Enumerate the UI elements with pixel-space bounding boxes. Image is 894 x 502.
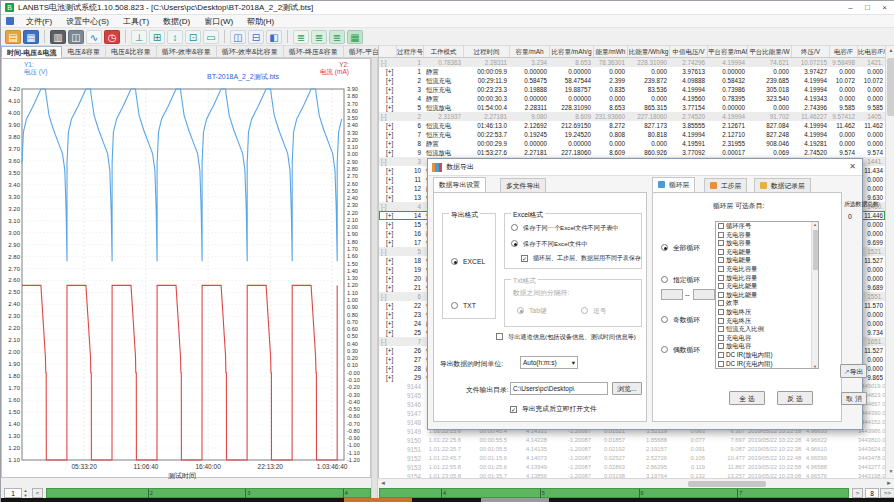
column-header-2[interactable]: 工作模式 — [424, 46, 464, 57]
column-header-1[interactable]: 过程序号 — [397, 46, 424, 57]
table-nav-slider[interactable]: 4567 — [379, 488, 849, 498]
zoom-extents-icon[interactable]: ⊞ — [149, 30, 165, 44]
expand-icon[interactable]: [+] — [379, 67, 397, 76]
table-row[interactable]: [-]10.783632.283113.2348.65378.36301228.… — [379, 58, 885, 67]
checkbox-open-after[interactable]: ✓ 导出完成后立即打开文件 — [510, 404, 597, 414]
zoom-vertical-icon[interactable]: ↕ — [167, 30, 183, 44]
tab-record-layer[interactable]: 数据记录层 — [754, 178, 811, 192]
menu-item-1[interactable]: 设置中心(S) — [59, 16, 116, 27]
column-header-5[interactable]: 比容量/mAh/g — [550, 46, 594, 57]
chart-tab-4[interactable]: 循环-效率&比容量 — [217, 46, 284, 58]
scroll-up-icon[interactable]: ▲ — [886, 46, 894, 56]
collapse-icon[interactable]: [-] — [379, 292, 397, 301]
minimize-button[interactable]: – — [842, 1, 859, 14]
horizontal-scroll-thumb[interactable] — [688, 481, 766, 487]
tab-step-layer[interactable]: 工步层 — [704, 178, 747, 192]
radio-even-cycles[interactable]: 偶数循环 — [661, 345, 700, 355]
table-nav-last-button[interactable]: >> — [880, 488, 894, 498]
expand-icon[interactable]: [+] — [379, 319, 397, 328]
save-icon[interactable]: ▦ — [23, 30, 39, 44]
cycle-item-14[interactable]: 放电电容 — [716, 342, 818, 351]
chart-tab-0[interactable]: 时间-电压&电流 — [1, 46, 62, 58]
expand-icon[interactable]: [+] — [379, 193, 397, 202]
table-row[interactable]: [+]8静置00:00:29.90.000000.000000.0000.000… — [379, 139, 885, 148]
expand-icon[interactable]: [+] — [379, 310, 397, 319]
cycle-item-3[interactable]: 充电能量 — [716, 248, 818, 257]
collapse-icon[interactable]: [-] — [379, 58, 397, 67]
tile-vertical-icon[interactable]: ◫ — [230, 30, 246, 44]
chart-tab-2[interactable]: 电压&比容量 — [106, 46, 157, 58]
panel-splitter[interactable] — [371, 58, 378, 498]
column-header-6[interactable]: 能量/mWh — [594, 46, 628, 57]
cycle-item-9[interactable]: 效率 — [716, 299, 818, 308]
chart-plot[interactable]: 4.204.104.003.903.803.703.603.503.403.30… — [2, 59, 372, 479]
expand-icon[interactable]: [+] — [379, 373, 397, 382]
expand-icon[interactable]: [+] — [379, 103, 397, 112]
list-channels-icon[interactable]: ≣ — [293, 30, 309, 44]
cycle-item-4[interactable]: 放电能量 — [716, 256, 818, 265]
axis-default-icon[interactable]: ⊥ — [131, 30, 147, 44]
chart-nav-slider[interactable]: 234 — [46, 488, 371, 498]
cycle-range-start-input[interactable] — [661, 289, 683, 300]
expand-icon[interactable]: [+] — [379, 301, 397, 310]
checkbox-separate-sheets[interactable]: ✓ 循环层、工步层、数据层用不同子表保存 — [521, 254, 641, 263]
cycle-item-12[interactable]: 恒流充入比例 — [716, 325, 818, 334]
expand-icon[interactable]: [+] — [379, 76, 397, 85]
expand-icon[interactable]: [+] — [379, 355, 397, 364]
column-header-10[interactable]: 平台比能量/W — [748, 46, 792, 57]
radio-specified-cycles[interactable]: 指定循环 — [661, 275, 700, 285]
table-row[interactable]: [+]7恒压充电00:22:53.70.1924519.245200.80880… — [379, 130, 885, 139]
list-grid-icon[interactable]: ▦ — [347, 30, 363, 44]
expand-icon[interactable]: [+] — [379, 238, 397, 247]
radio-excel[interactable]: EXCEL — [451, 258, 485, 265]
column-header-7[interactable]: 比能量/Wh/kg — [628, 46, 670, 57]
expand-icon[interactable]: [+] — [379, 346, 397, 355]
list-scroll-thumb[interactable] — [813, 230, 818, 270]
radio-tab-key[interactable]: Tab键 — [517, 306, 547, 316]
cycle-item-13[interactable]: 充电电容 — [716, 334, 818, 343]
collapse-icon[interactable]: [-] — [379, 247, 397, 256]
table-page-spinner[interactable]: 8 — [865, 488, 879, 498]
chart-tab-3[interactable]: 循环-效率&容量 — [157, 46, 217, 58]
checkbox-channel-info[interactable]: 导出通道信息(包括设备信息、测试时间信息等) — [496, 333, 636, 342]
cancel-button[interactable]: 取 消 — [841, 392, 867, 405]
chart-edit-icon[interactable]: ∿ — [86, 30, 102, 44]
copy-icon[interactable]: ◫ — [68, 30, 84, 44]
cycle-item-7[interactable]: 充电比能量 — [716, 282, 818, 291]
column-header-11[interactable]: 终压/V — [792, 46, 830, 57]
cycle-item-1[interactable]: 充电容量 — [716, 231, 818, 240]
cycle-range-end-input[interactable] — [693, 289, 715, 300]
column-header-0[interactable] — [379, 46, 397, 57]
browse-button[interactable]: 浏览... — [612, 382, 642, 395]
tab-cycle-layer[interactable]: 循环层 — [652, 177, 695, 192]
export-button[interactable]: ↗导出 — [840, 364, 867, 378]
cascade-icon[interactable]: ◧ — [266, 30, 282, 44]
list-scrollbar[interactable]: ▲ ▼ — [811, 222, 818, 368]
column-header-3[interactable]: 过程时间 — [464, 46, 510, 57]
horizontal-scrollbar[interactable]: ◄ ► — [378, 478, 894, 488]
expand-icon[interactable]: [+] — [379, 175, 397, 184]
open-icon[interactable]: ▤ — [5, 30, 21, 44]
pan-icon[interactable]: ▭ — [203, 30, 219, 44]
invert-selection-button[interactable]: 反 选 — [777, 391, 813, 405]
cycle-item-5[interactable]: 充电比容量 — [716, 265, 818, 274]
expand-icon[interactable]: [+] — [379, 328, 397, 337]
expand-icon[interactable]: [+] — [379, 229, 397, 238]
output-dir-input[interactable]: C:\Users\pc\Desktop\ — [510, 382, 608, 395]
table-row[interactable]: [+]5恒流放电01:54:00.42.28311228.310908.6538… — [379, 103, 885, 112]
radio-diff-file[interactable]: 保存于不同Excel文件中 — [511, 240, 588, 249]
alarm-icon[interactable]: ◷ — [104, 30, 120, 44]
radio-comma[interactable]: 逗号 — [581, 306, 607, 316]
menu-item-5[interactable]: 帮助(H) — [240, 16, 281, 27]
table-row[interactable]: [+]4静置00:00:30.30.000000.000000.0000.000… — [379, 94, 885, 103]
expand-icon[interactable]: [+] — [379, 220, 397, 229]
cycle-item-6[interactable]: 放电比容量 — [716, 274, 818, 283]
expand-icon[interactable]: [+] — [379, 139, 397, 148]
cycle-item-2[interactable]: 放电容量 — [716, 239, 818, 248]
expand-icon[interactable]: [+] — [379, 265, 397, 274]
tab-multi-file-export[interactable]: 多文件导出 — [500, 178, 546, 192]
table-row[interactable]: [+]9恒流放电01:53:27.62.27181227.180608.6098… — [379, 148, 885, 157]
column-header-9[interactable]: 平台容量/mAh — [708, 46, 748, 57]
table-row[interactable]: [+]3恒压充电00:23:23.30.1988819.887570.83583… — [379, 85, 885, 94]
column-header-8[interactable]: 中值电压/V — [670, 46, 708, 57]
